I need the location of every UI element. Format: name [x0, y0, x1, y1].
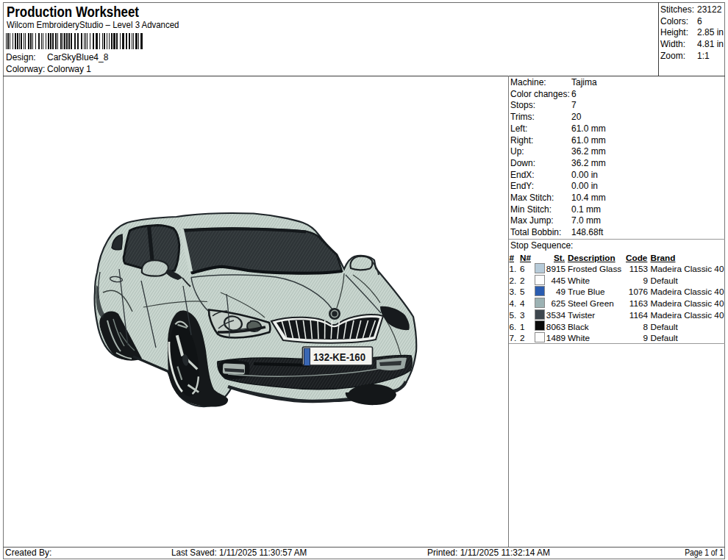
- svg-text:132-KE-160: 132-KE-160: [313, 351, 365, 363]
